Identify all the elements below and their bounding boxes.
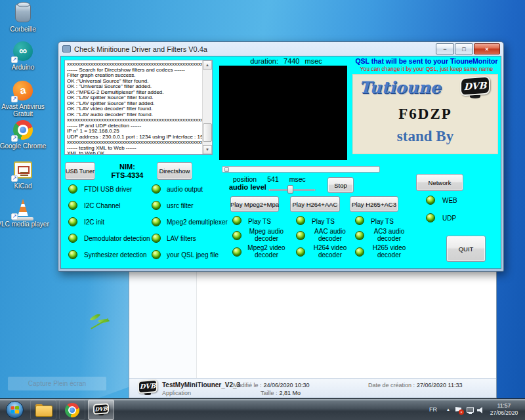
taskbar-chrome-button[interactable] [59, 400, 85, 420]
shortcut-arrow-icon: ↗ [11, 56, 18, 63]
led-label: Play TS [312, 218, 335, 225]
desktop-icon-kicad[interactable]: ↗ KiCad [0, 159, 46, 190]
usb-tuner-button[interactable]: USB Tuner [65, 162, 95, 180]
desktop-icon-recycle-bin[interactable]: Corbeille [0, 3, 46, 33]
app-titlebar[interactable]: Check Minitioune Driver and Filters V0.4… [58, 42, 503, 56]
qsl-header: QSL that will be sent to your TiouneMoni… [354, 57, 499, 65]
led-h265-video-decoder [355, 247, 364, 257]
led-play-ts-3 [355, 216, 364, 225]
file-created: Date de création :27/06/2020 11:33 [368, 382, 462, 388]
led-mpeg2-video-decoder [232, 247, 242, 257]
led-label: Demodulator detection [84, 235, 150, 242]
audio-level-thumb[interactable] [287, 185, 293, 194]
led-qsl-jpeg-file [152, 250, 161, 259]
recycle-bin-icon [15, 4, 31, 22]
qsl-brand: Tutioune [359, 78, 440, 97]
led-label: Mpeg2 video decoder [243, 244, 290, 259]
error-badge: × [459, 410, 464, 415]
led-label: H264 video decoder [306, 244, 354, 259]
led-web [426, 196, 435, 205]
scroll-down-icon[interactable]: ▼ [203, 145, 212, 154]
duration-readout: duration:7440msec [224, 57, 348, 65]
led-i2c-init [68, 217, 77, 226]
led-label: Play TS [248, 218, 271, 225]
desktop-icon-chrome[interactable]: ↗ Google Chrome [0, 119, 46, 150]
stop-button[interactable]: Stop [327, 177, 354, 193]
led-audio-output [152, 184, 161, 194]
desktop-icon-vlc[interactable]: ↗ VLC media player [0, 198, 46, 228]
taskbar-explorer-button[interactable] [30, 400, 56, 420]
shortcut-arrow-icon: ↗ [11, 135, 18, 142]
network-tray-icon[interactable] [467, 407, 474, 413]
shortcut-arrow-icon: ↗ [11, 96, 18, 102]
position-slider[interactable] [222, 166, 380, 173]
dvb-logo: DVB [460, 77, 490, 100]
action-center-icon[interactable]: × [455, 407, 462, 413]
led-label: UDP [442, 215, 456, 222]
led-ac3-audio-decoder [355, 231, 364, 240]
maximize-button[interactable]: □ [455, 43, 473, 54]
tray-expand-icon[interactable]: ▲ [446, 408, 450, 411]
close-button[interactable]: × [474, 43, 500, 54]
dvb-app-icon: DVB [93, 404, 109, 417]
video-preview [219, 66, 347, 160]
play-mpeg2-button[interactable]: Play Mpeg2+Mpa [230, 196, 279, 212]
desktop-icon-label: Google Chrome [0, 142, 51, 150]
taskbar-clock[interactable]: 11:5727/06/2020 [487, 402, 521, 417]
log-scrollbar[interactable]: ▲ ▼ [202, 60, 212, 154]
log-line: XML to Web OK. [67, 151, 201, 155]
play-h265-button[interactable]: Play H265+AC3 [350, 196, 398, 212]
led-label: Play TS [371, 218, 394, 225]
led-label: Mpeg audio decoder [243, 228, 290, 242]
led-usrc-filter [152, 201, 161, 210]
scrollbar-thumb[interactable] [203, 123, 212, 142]
led-label: usrc filter [167, 202, 194, 209]
start-button[interactable] [6, 401, 24, 419]
led-label: your QSL jpeg file [167, 251, 219, 259]
led-udp [426, 213, 435, 222]
app-window: Check Minitioune Driver and Filters V0.4… [58, 41, 504, 272]
led-ftdi-usb-driver [68, 184, 77, 194]
desktop-icon-label: Corbeille [0, 26, 51, 33]
desktop-icon-arduino[interactable]: ∞ ↗ Arduino [0, 41, 46, 71]
shortcut-arrow-icon: ↗ [11, 213, 18, 220]
led-label: I2C init [84, 219, 104, 226]
position-slider-thumb[interactable] [224, 167, 229, 172]
volume-icon[interactable] [477, 407, 484, 413]
quit-button[interactable]: QUIT [446, 236, 486, 262]
led-label: LAV filters [167, 235, 196, 242]
desktop-icon-label: KiCad [0, 182, 51, 190]
led-label: audio output [167, 186, 203, 193]
file-size: Taille :2,81 Mo [261, 390, 301, 396]
play-h264-button[interactable]: Play H264+AAC [290, 196, 340, 212]
qsl-callsign: F6DZP [352, 106, 498, 123]
led-mpeg2-demultiplexer [152, 217, 161, 226]
led-label: Mpeg2 demultiplexer [167, 219, 228, 226]
app-icon [62, 45, 71, 52]
taskbar-dvb-app-button[interactable]: DVB [88, 400, 114, 420]
log-box[interactable]: xxxxxxxxxxxxxxxxxxxxxxxxxxxxxxxxxxxxxxxx… [64, 60, 213, 155]
desktop-icon-label: Avast Antivirus Gratuit [0, 103, 51, 117]
led-play-ts-1 [232, 216, 242, 225]
explorer-details-pane: DVB TestMyMiniTiouner_V2_3 Modifié le :2… [129, 378, 496, 398]
led-label: AAC audio decoder [306, 228, 354, 242]
explorer-nav-pane [129, 268, 197, 379]
led-label: Synthesizer detection [84, 251, 147, 259]
app-client-area: xxxxxxxxxxxxxxxxxxxxxxxxxxxxxxxxxxxxxxxx… [60, 56, 501, 269]
led-label: FTDI USB driver [84, 186, 132, 193]
file-type: Application [162, 390, 191, 396]
dvb-file-icon: DVB [138, 380, 158, 396]
led-label: WEB [442, 197, 457, 204]
scroll-up-icon[interactable]: ▲ [203, 60, 212, 70]
nim-label: NIM:FTS-4334 [99, 163, 156, 180]
network-button[interactable]: Network [416, 174, 463, 191]
led-aac-audio-decoder [296, 231, 305, 240]
file-modified: Modifié le :24/06/2020 10:30 [233, 382, 310, 388]
minimize-button[interactable]: − [436, 43, 454, 54]
led-synthesizer-detection [68, 250, 77, 259]
directshow-button[interactable]: Directshow [157, 162, 192, 180]
desktop-icon-avast[interactable]: a ↗ Avast Antivirus Gratuit [0, 80, 46, 117]
desktop-icon-label: Arduino [0, 64, 51, 71]
window-title: Check Minitioune Driver and Filters V0.4… [74, 45, 207, 53]
language-indicator[interactable]: FR [429, 406, 437, 413]
